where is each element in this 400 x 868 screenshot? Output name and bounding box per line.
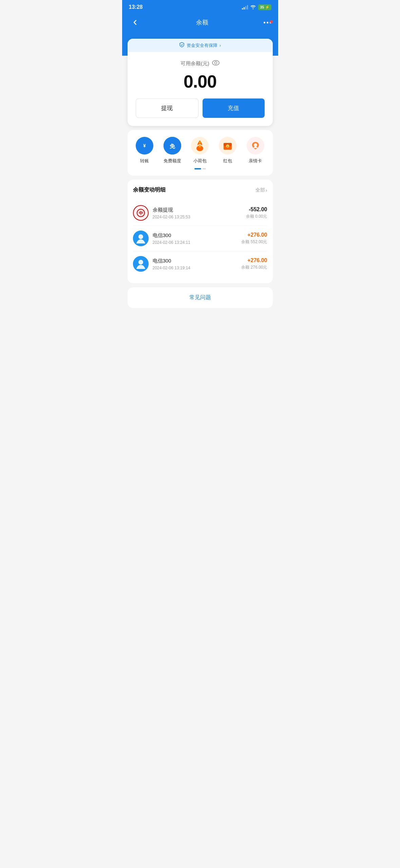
back-button[interactable]: [129, 16, 141, 29]
free-label: 免费额度: [164, 158, 181, 164]
page-title: 余额: [196, 18, 208, 26]
tx-amount-section-1: -552.00 余额 0.00元: [246, 206, 267, 219]
svg-text:中: 中: [138, 211, 143, 216]
svg-point-19: [138, 234, 143, 239]
redpack-label: 红包: [223, 158, 232, 164]
shield-icon: [179, 42, 185, 49]
withdraw-button[interactable]: 提现: [136, 98, 198, 118]
main-balance-card: 资金安全有保障 › 可用余额(元) 0.00 提现 充值: [128, 39, 273, 126]
quick-action-family[interactable]: 亲情卡: [247, 137, 264, 164]
tx-time-1: 2024-02-06 13:25:53: [153, 215, 242, 219]
tx-amount-2: +276.00: [241, 232, 267, 238]
svg-point-0: [212, 60, 219, 65]
svg-point-15: [254, 143, 257, 147]
svg-point-21: [138, 260, 143, 265]
more-menu-button[interactable]: [264, 22, 271, 23]
tx-name-3: 电信300: [153, 258, 237, 264]
faq-section: 常见问题: [128, 287, 273, 308]
section-title: 余额变动明细: [133, 186, 166, 194]
quick-action-transfer[interactable]: ¥ 转账: [136, 137, 153, 164]
tx-time-2: 2024-02-06 13:24:11: [153, 240, 237, 245]
signal-icon: [242, 5, 248, 10]
transaction-item-1: 中 余额提现 2024-02-06 13:25:53 -552.00 余额 0.…: [133, 200, 267, 226]
tx-info-2: 电信300 2024-02-06 13:24:11: [153, 232, 237, 245]
transfer-icon: ¥: [136, 137, 153, 155]
balance-amount: 0.00: [136, 71, 265, 92]
faq-link[interactable]: 常见问题: [189, 294, 211, 300]
quick-action-bag[interactable]: ✦ 小荷包: [191, 137, 209, 164]
free-icon: 免: [164, 137, 181, 155]
security-arrow: ›: [220, 43, 221, 48]
security-bar[interactable]: 资金安全有保障 ›: [128, 39, 273, 52]
transaction-item-2: 电信300 2024-02-06 13:24:11 +276.00 余额 552…: [133, 226, 267, 251]
tx-info-3: 电信300 2024-02-06 13:19:14: [153, 258, 237, 270]
tx-info-1: 余额提现 2024-02-06 13:25:53: [153, 207, 242, 219]
svg-text:¥: ¥: [143, 143, 146, 148]
carousel-dot-2: [203, 168, 206, 169]
security-text: 资金安全有保障: [187, 42, 217, 49]
status-icons: 35⚡: [242, 4, 271, 10]
eye-icon[interactable]: [212, 60, 220, 67]
all-transactions-link[interactable]: 全部 ›: [255, 187, 267, 193]
section-header: 余额变动明细 全部 ›: [133, 186, 267, 194]
battery-icon: 35⚡: [258, 4, 271, 10]
bag-label: 小荷包: [193, 158, 207, 164]
action-buttons: 提现 充值: [128, 98, 273, 126]
recharge-button[interactable]: 充值: [203, 98, 265, 118]
notification-dot: [270, 20, 273, 23]
svg-text:✦: ✦: [198, 141, 201, 144]
redpack-icon: ¥: [219, 137, 236, 155]
family-label: 亲情卡: [249, 158, 262, 164]
tx-name-1: 余额提现: [153, 207, 242, 213]
quick-action-free[interactable]: 免 免费额度: [164, 137, 181, 164]
status-time: 13:28: [129, 4, 143, 10]
withdraw-tx-icon: 中: [133, 205, 149, 221]
transfer-label: 转账: [140, 158, 149, 164]
tx-time-3: 2024-02-06 13:19:14: [153, 266, 237, 270]
svg-text:¥: ¥: [227, 145, 228, 148]
tx-name-2: 电信300: [153, 232, 237, 239]
carousel-dot-1: [194, 168, 201, 169]
quick-action-redpack[interactable]: ¥ 红包: [219, 137, 236, 164]
person-tx-icon-1: [133, 231, 149, 246]
carousel-dots: [131, 168, 269, 172]
balance-label: 可用余额(元): [136, 60, 265, 67]
quick-actions-panel: ¥ 转账 免 免费额度: [128, 130, 273, 176]
tx-balance-3: 余额 276.00元: [241, 265, 267, 270]
transaction-item-3: 电信300 2024-02-06 13:19:14 +276.00 余额 276…: [133, 251, 267, 276]
tx-amount-section-3: +276.00 余额 276.00元: [241, 257, 267, 270]
quick-actions-row: ¥ 转账 免 免费额度: [131, 137, 269, 164]
svg-text:免: 免: [169, 143, 175, 149]
person-tx-icon-2: [133, 256, 149, 272]
family-icon: [247, 137, 264, 155]
balance-section: 可用余额(元) 0.00: [128, 52, 273, 98]
transaction-section: 余额变动明细 全部 › 中 余额提现 2024-02-06 13:25:53 -…: [128, 180, 273, 283]
svg-point-1: [215, 62, 217, 64]
tx-balance-2: 余额 552.00元: [241, 239, 267, 245]
tx-balance-1: 余额 0.00元: [246, 214, 267, 219]
status-bar: 13:28 35⚡: [122, 0, 278, 13]
bag-icon: ✦: [191, 137, 209, 155]
tx-amount-3: +276.00: [241, 257, 267, 264]
tx-amount-1: -552.00: [246, 206, 267, 213]
wifi-icon: [250, 4, 256, 10]
tx-amount-section-2: +276.00 余额 552.00元: [241, 232, 267, 245]
